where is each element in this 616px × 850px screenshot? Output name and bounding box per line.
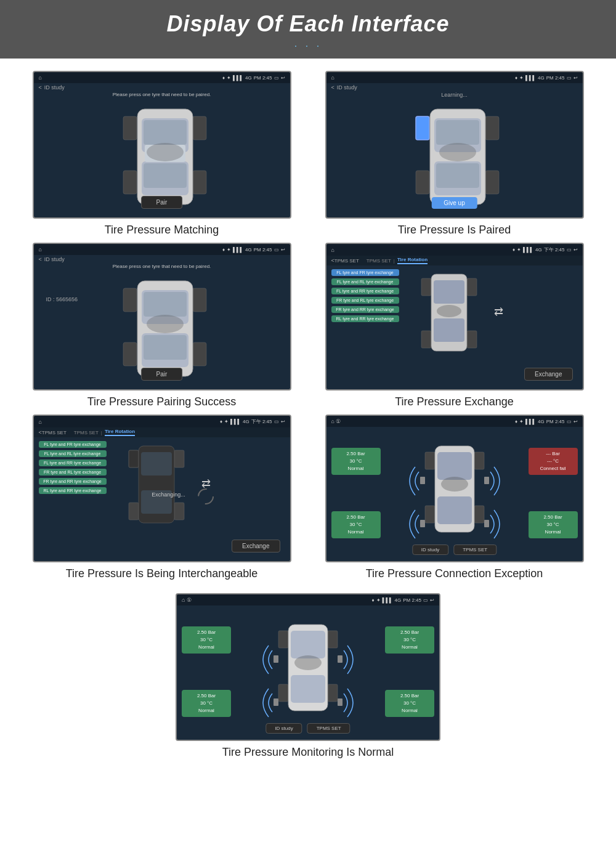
svg-rect-62	[338, 655, 342, 663]
list-item-5-fl-rr[interactable]: FL tyre and RR tyre exchange	[39, 459, 107, 466]
caption-monitoring-normal: Tire Pressure Monitoring Is Normal	[222, 746, 394, 759]
svg-rect-9	[144, 163, 187, 188]
car-svg-1	[34, 91, 291, 211]
svg-rect-70	[291, 631, 325, 658]
svg-rect-32	[467, 278, 477, 296]
list-item-fr-rl[interactable]: FR tyre and RL tyre exchange	[331, 297, 399, 304]
tab-tire-rotation-5[interactable]: Tire Rotation	[105, 429, 135, 436]
home-icon-1: ⌂	[39, 75, 42, 81]
svg-rect-36	[434, 280, 464, 304]
svg-text:⇄: ⇄	[201, 477, 210, 490]
monitoring-layout-7: 2.50 Bar 30 °C Normal 2.50 Bar 30 °C Nor…	[177, 605, 439, 738]
svg-point-60	[441, 477, 468, 492]
screen-monitoring-normal: ⌂ ① ♦ ✦ ▌▌▌ 4G PM 2:45 ▭ ↩ 2.50 Bar 30 °…	[176, 593, 440, 741]
list-item-5-fr-rl[interactable]: FR tyre and RL tyre exchange	[39, 469, 107, 476]
exchange-button[interactable]: Exchange	[524, 368, 572, 381]
status-bar-7: ⌂ ① ♦ ✦ ▌▌▌ 4G PM 2:45 ▭ ↩	[177, 594, 439, 605]
right-tiles-6: --- Bar --- °C Connect fail 2.50 Bar 30 …	[529, 432, 578, 554]
list-item-fl-rr[interactable]: FL tyre and RR tyre exchange	[331, 288, 399, 294]
status-right-2: ♦ ✦ ▌▌▌ 4G PM 2:45 ▭ ↩	[515, 75, 578, 81]
pair-button-1[interactable]: Pair	[141, 196, 183, 209]
giveup-button[interactable]: Give up	[431, 197, 477, 209]
tile-fr-7: 2.50 Bar 30 °C Normal	[385, 626, 434, 654]
tab-nav-4: < TPMS SET TPMS SET | Tire Rotation	[326, 256, 583, 265]
svg-rect-3	[193, 171, 206, 194]
list-item-fl-fr[interactable]: FL tyre and FR tyre exchange	[331, 269, 399, 276]
svg-rect-1	[193, 116, 206, 140]
car-center-7	[231, 610, 385, 733]
list-item-5-fr-rr[interactable]: FR tyre and RR tyre exchange	[39, 478, 107, 485]
svg-rect-8	[144, 120, 187, 145]
svg-rect-41	[174, 450, 184, 467]
interchangeable-list: FL tyre and FR tyre exchange FL tyre and…	[39, 441, 107, 548]
svg-rect-56	[474, 506, 484, 523]
svg-rect-11	[416, 116, 429, 140]
caption-paired: Tire Pressure Is Paired	[398, 224, 511, 237]
status-bar-3: ⌂ ♦ ✦ ▌▌▌ 4G PM 2:45 ▭ ↩	[34, 244, 290, 255]
list-item-rl-rr[interactable]: RL tyre and RR tyre exchange	[331, 315, 399, 322]
list-item-fl-rl[interactable]: FL tyre and RL tyre exchange	[331, 278, 399, 285]
svg-rect-24	[193, 342, 206, 366]
list-item-5-fl-fr[interactable]: FL tyre and FR tyre exchange	[39, 441, 107, 448]
svg-rect-22	[193, 288, 206, 312]
svg-rect-59	[437, 496, 472, 524]
grid-item-interchangeable: ⌂ ♦ ✦ ▌▌▌ 4G 下午 2:45 ▭ ↩ < TPMS SET TPMS…	[25, 415, 299, 580]
svg-point-20	[439, 143, 476, 161]
grid-item-pairing-success: ⌂ ♦ ✦ ▌▌▌ 4G PM 2:45 ▭ ↩ < ID study Ple	[25, 243, 299, 408]
screen-matching: ⌂ ♦ ✦ ▌▌▌ 4G PM 2:45 ▭ ↩ < ID study Ple	[33, 71, 291, 219]
svg-point-30	[147, 315, 184, 333]
svg-rect-61	[274, 655, 278, 663]
tpms-set-button-7[interactable]: TPMS SET	[307, 723, 351, 734]
list-item-5-rl-rr[interactable]: RL tyre and RR tyre exchange	[39, 487, 107, 494]
svg-rect-29	[144, 335, 187, 360]
svg-rect-28	[144, 292, 187, 317]
status-right-5: ♦ ✦ ▌▌▌ 4G 下午 2:45 ▭ ↩	[220, 418, 285, 425]
svg-rect-33	[421, 331, 431, 348]
screen-paired: ⌂ ♦ ✦ ▌▌▌ 4G PM 2:45 ▭ ↩ < ID study Lea	[325, 71, 584, 219]
id-study-button-6[interactable]: ID study	[412, 544, 448, 555]
caption-connection-exception: Tire Pressure Connection Exception	[366, 567, 543, 580]
car-center-6	[381, 432, 529, 554]
bottom-buttons-6: ID study TPMS SET	[412, 544, 496, 555]
car-svg-3	[34, 262, 291, 382]
car-svg-4: ⇄	[403, 269, 557, 380]
right-tiles-7: 2.50 Bar 30 °C Normal 2.50 Bar 30 °C Nor…	[385, 610, 434, 733]
tab-tire-rotation[interactable]: Tire Rotation	[397, 257, 428, 264]
interchangeable-layout: FL tyre and FR tyre exchange FL tyre and…	[34, 437, 290, 551]
tile-fl-6: 2.50 Bar 30 °C Normal	[331, 448, 381, 475]
svg-rect-18	[436, 120, 479, 145]
svg-rect-21	[123, 288, 137, 312]
caption-matching: Tire Pressure Matching	[105, 224, 219, 237]
car-with-signal-6	[393, 435, 516, 552]
svg-rect-23	[123, 342, 137, 366]
status-right-1: ♦ ✦ ▌▌▌ 4G PM 2:45 ▭ ↩	[222, 75, 285, 81]
status-bar-2: ⌂ ♦ ✦ ▌▌▌ 4G PM 2:45 ▭ ↩	[326, 72, 583, 83]
status-right-4: ♦ ✦ ▌▌▌ 4G 下午 2:45 ▭ ↩	[513, 246, 578, 253]
svg-text:⇄: ⇄	[493, 306, 503, 318]
list-item-fr-rr[interactable]: FR tyre and RR tyre exchange	[331, 306, 399, 313]
tile-fr-6-error: --- Bar --- °C Connect fail	[529, 448, 578, 475]
svg-rect-31	[421, 278, 431, 296]
status-bar-1: ⌂ ♦ ✦ ▌▌▌ 4G PM 2:45 ▭ ↩	[34, 72, 290, 83]
list-item-5-fl-rl[interactable]: FL tyre and RL tyre exchange	[39, 450, 107, 457]
car-svg-2	[326, 91, 584, 211]
svg-rect-66	[328, 631, 338, 648]
svg-rect-65	[278, 631, 288, 648]
tpms-set-button-6[interactable]: TPMS SET	[453, 544, 496, 555]
exchange-button-5[interactable]: Exchange	[232, 540, 280, 552]
svg-rect-12	[485, 116, 499, 140]
page-title: Display Of Each Interface	[0, 11, 616, 37]
pair-button-2[interactable]: Pair	[141, 368, 183, 381]
caption-pairing-success: Tire Pressure Pairing Success	[87, 395, 236, 408]
tile-rl-6: 2.50 Bar 30 °C Normal	[331, 511, 381, 538]
status-right-6: ♦ ✦ ▌▌▌ 4G PM 2:45 ▭ ↩	[515, 419, 578, 424]
svg-rect-34	[467, 331, 477, 348]
tile-rr-7: 2.50 Bar 30 °C Normal	[385, 690, 434, 717]
status-bar-5: ⌂ ♦ ✦ ▌▌▌ 4G 下午 2:45 ▭ ↩	[34, 416, 290, 427]
car-with-signal-7	[246, 613, 370, 731]
grid-item-paired: ⌂ ♦ ✦ ▌▌▌ 4G PM 2:45 ▭ ↩ < ID study Lea	[317, 71, 591, 237]
id-study-button-7[interactable]: ID study	[265, 723, 302, 734]
svg-rect-42	[129, 503, 139, 520]
exchanging-text: Exchanging...	[152, 492, 185, 498]
svg-point-10	[147, 143, 184, 161]
